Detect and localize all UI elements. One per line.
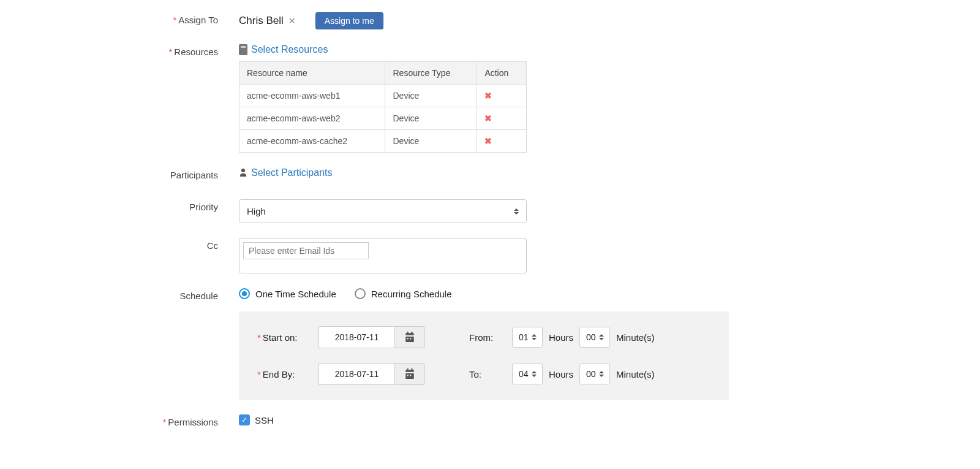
delete-resource-icon[interactable]: ✖ [484, 91, 492, 101]
calendar-icon [404, 332, 415, 343]
to-minutes-stepper[interactable]: 00 [579, 364, 610, 384]
calendar-icon [404, 368, 415, 379]
table-row: acme-ecomm-aws-web1 Device ✖ [239, 85, 527, 107]
delete-resource-icon[interactable]: ✖ [484, 136, 492, 146]
schedule-label: Schedule [24, 288, 239, 301]
chevron-updown-icon [532, 371, 537, 377]
assignee-name: Chris Bell [239, 15, 284, 27]
participants-label: Participants [24, 167, 239, 180]
minutes-unit: Minute(s) [616, 332, 655, 343]
delete-resource-icon[interactable]: ✖ [484, 113, 492, 123]
start-on-label: *Start on: [257, 332, 318, 343]
cc-label: Cc [24, 238, 239, 251]
end-date-input[interactable]: 2018-07-11 [318, 363, 394, 385]
chevron-updown-icon [532, 334, 537, 340]
table-row: acme-ecomm-aws-web2 Device ✖ [239, 107, 527, 130]
to-hours-stepper[interactable]: 04 [512, 364, 543, 384]
resources-label: *Resources [24, 44, 239, 57]
priority-select[interactable]: High [239, 199, 527, 223]
assign-to-label: *Assign To [24, 12, 239, 25]
table-row: acme-ecomm-aws-cache2 Device ✖ [239, 130, 527, 153]
radio-icon [239, 288, 250, 299]
permissions-label: *Permissions [24, 414, 239, 427]
radio-icon [355, 288, 366, 299]
priority-label: Priority [24, 199, 239, 212]
end-by-label: *End By: [257, 369, 318, 379]
resource-name-cell: acme-ecomm-aws-cache2 [239, 130, 385, 153]
chevron-updown-icon [514, 208, 519, 215]
table-header-type: Resource Type [385, 62, 477, 85]
remove-assignee-icon[interactable]: ✕ [288, 16, 296, 26]
minutes-unit: Minute(s) [616, 369, 655, 379]
from-label: From: [469, 332, 506, 343]
from-hours-stepper[interactable]: 01 [512, 327, 543, 348]
priority-value: High [247, 206, 266, 216]
resource-name-cell: acme-ecomm-aws-web1 [239, 85, 385, 107]
resource-type-cell: Device [385, 107, 477, 130]
from-minutes-stepper[interactable]: 00 [579, 327, 610, 348]
chevron-updown-icon [599, 371, 604, 377]
user-icon [239, 168, 247, 178]
start-date-input[interactable]: 2018-07-11 [318, 326, 394, 348]
one-time-schedule-radio[interactable]: One Time Schedule [239, 288, 336, 299]
ssh-checkbox[interactable]: ✓ [239, 414, 250, 425]
server-icon [239, 44, 247, 55]
resource-type-cell: Device [385, 85, 477, 107]
hours-unit: Hours [549, 369, 573, 379]
ssh-label: SSH [255, 415, 274, 425]
resource-name-cell: acme-ecomm-aws-web2 [239, 107, 385, 130]
cc-email-input[interactable] [243, 242, 369, 259]
start-date-picker-button[interactable] [394, 326, 425, 348]
end-date-picker-button[interactable] [394, 363, 425, 385]
table-header-name: Resource name [239, 62, 385, 85]
assign-to-me-button[interactable]: Assign to me [315, 12, 383, 29]
radio-label: Recurring Schedule [371, 289, 452, 299]
to-label: To: [469, 369, 506, 379]
select-resources-link[interactable]: Select Resources [251, 44, 328, 55]
resource-type-cell: Device [385, 130, 477, 153]
chevron-updown-icon [599, 334, 604, 340]
resources-table: Resource name Resource Type Action acme-… [239, 61, 527, 153]
table-header-action: Action [477, 62, 527, 85]
hours-unit: Hours [549, 332, 573, 343]
radio-label: One Time Schedule [255, 289, 336, 299]
select-participants-link[interactable]: Select Participants [251, 167, 333, 178]
recurring-schedule-radio[interactable]: Recurring Schedule [355, 288, 452, 299]
